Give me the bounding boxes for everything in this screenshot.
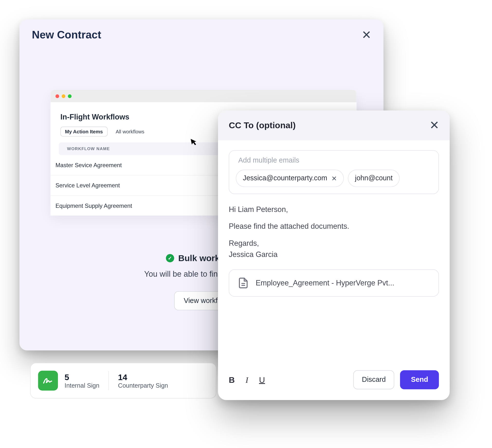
signature-icon [38, 371, 58, 391]
email-chip-label: Jessica@counterparty.com [243, 174, 327, 183]
internal-sign-block: 5 Internal Sign [64, 373, 99, 389]
internal-sign-count: 5 [64, 373, 99, 382]
close-icon[interactable]: ✕ [430, 120, 439, 131]
document-icon [237, 277, 249, 289]
counterparty-sign-block: 14 Counterparty Sign [118, 373, 168, 389]
attachment-card[interactable]: Employee_Agreement - HyperVerge Pvt... [229, 269, 439, 297]
underline-button[interactable]: U [259, 375, 265, 385]
page-title: New Contract [32, 29, 101, 41]
email-chip[interactable]: Jessica@counterparty.com ✕ [236, 170, 344, 187]
email-body-text[interactable]: Hi Liam Peterson, Please find the attach… [229, 204, 439, 260]
internal-sign-label: Internal Sign [64, 382, 99, 389]
email-regards-1: Regards, [229, 239, 259, 247]
format-toolbar: B I U [229, 375, 265, 385]
traffic-minimize-icon[interactable] [62, 94, 65, 98]
counterparty-sign-label: Counterparty Sign [118, 382, 168, 389]
traffic-close-icon[interactable] [55, 94, 59, 98]
cc-placeholder: Add multiple emails [238, 156, 429, 165]
tab-my-action-items[interactable]: My Action Items [60, 127, 107, 136]
email-title: CC To (optional) [229, 121, 296, 131]
cc-email-input[interactable]: Add multiple emails Jessica@counterparty… [229, 150, 439, 194]
divider [109, 371, 109, 390]
email-regards-2: Jessica Garcia [229, 250, 278, 259]
traffic-maximize-icon[interactable] [68, 94, 72, 98]
discard-button[interactable]: Discard [353, 370, 394, 389]
italic-button[interactable]: I [246, 375, 248, 385]
counterparty-sign-count: 14 [118, 373, 168, 382]
email-line: Please find the attached documents. [229, 221, 439, 232]
email-chip-label: john@count [355, 174, 393, 183]
sign-counts-bar: 5 Internal Sign 14 Counterparty Sign [30, 363, 216, 398]
close-icon[interactable]: ✕ [362, 29, 371, 41]
email-greeting: Hi Liam Peterson, [229, 204, 439, 215]
remove-chip-icon[interactable]: ✕ [331, 174, 337, 182]
cc-email-panel: CC To (optional) ✕ Add multiple emails J… [218, 111, 450, 400]
attachment-name: Employee_Agreement - HyperVerge Pvt... [256, 279, 394, 287]
mac-titlebar [51, 90, 357, 102]
email-chip[interactable]: john@count [348, 170, 400, 187]
tab-all-workflows[interactable]: All workflows [112, 127, 148, 136]
check-circle-icon: ✓ [166, 254, 174, 262]
bold-button[interactable]: B [229, 375, 235, 385]
send-button[interactable]: Send [400, 370, 439, 389]
